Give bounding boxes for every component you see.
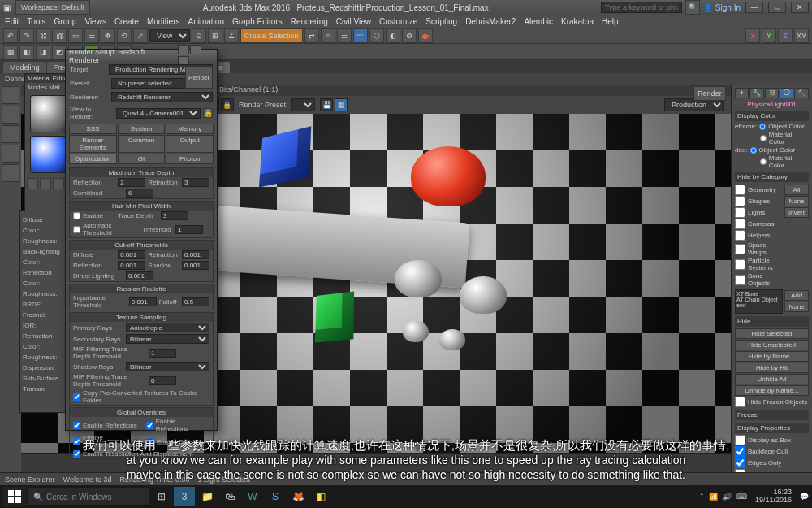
- app-store-icon[interactable]: 🛍: [219, 487, 240, 506]
- clone-icon[interactable]: ▦: [335, 98, 348, 111]
- lt-1[interactable]: [2, 86, 19, 104]
- refraction-spinner[interactable]: [182, 178, 209, 187]
- view-dropdown[interactable]: Quad 4 - Camera001: [116, 108, 201, 119]
- max-button[interactable]: ▭: [768, 2, 786, 13]
- hide-byname[interactable]: Hide by Name...: [735, 351, 809, 362]
- snap-button[interactable]: ⊞: [208, 28, 222, 43]
- g-sss[interactable]: [73, 438, 80, 445]
- render-setup-dialog[interactable]: Render Setup: Redshift Renderer Target:P…: [65, 49, 218, 431]
- rs-tab-memory[interactable]: Memory: [166, 124, 214, 134]
- save-image-icon[interactable]: 💾: [320, 98, 333, 111]
- bone-remove[interactable]: None: [784, 302, 809, 312]
- hdr-hide-cat[interactable]: Hide by Category: [735, 172, 809, 182]
- mip2-spinner[interactable]: [149, 376, 176, 385]
- lock-view-icon[interactable]: 🔒: [203, 108, 213, 118]
- taskview-icon[interactable]: ⊞: [151, 487, 172, 506]
- cat-all[interactable]: All: [784, 185, 809, 195]
- dlg-max[interactable]: [190, 45, 201, 54]
- mat-slot-1[interactable]: [30, 95, 67, 132]
- select-name-button[interactable]: ☰: [84, 28, 99, 43]
- hair-thresh-spinner[interactable]: [175, 225, 203, 234]
- cp-utilities-icon[interactable]: 🔨: [794, 88, 809, 98]
- bone-add[interactable]: Add: [784, 290, 809, 301]
- cat-lights[interactable]: [735, 207, 745, 218]
- schematic-button[interactable]: ⬡: [369, 28, 384, 43]
- rs-tab-photon[interactable]: Photon: [166, 154, 214, 164]
- tray-volume-icon[interactable]: 🔊: [723, 493, 732, 501]
- rs-tab-output[interactable]: Output: [166, 135, 214, 153]
- x-constraint[interactable]: X: [745, 28, 760, 43]
- create-selection-button[interactable]: Create Selection: [240, 28, 303, 43]
- undo-button[interactable]: ↶: [3, 28, 18, 43]
- pivot-button[interactable]: ⊙: [192, 28, 206, 43]
- renderer-dropdown[interactable]: Redshift Renderer: [111, 92, 213, 102]
- redo-button[interactable]: ↷: [19, 28, 34, 43]
- tool-a[interactable]: ▦: [3, 45, 18, 59]
- mirror-button[interactable]: ⇄: [304, 28, 319, 43]
- rs-tab-sss[interactable]: SSS: [69, 124, 117, 134]
- menu-tools[interactable]: Tools: [27, 17, 45, 26]
- menu-scripting[interactable]: Scripting: [425, 17, 457, 26]
- dlg-min[interactable]: [178, 45, 189, 54]
- tray-network-icon[interactable]: 📶: [709, 493, 718, 501]
- menu-edit[interactable]: Edit: [5, 17, 19, 26]
- direct-spinner[interactable]: [126, 271, 153, 280]
- lt-3[interactable]: [2, 125, 19, 143]
- menu-animation[interactable]: Animation: [188, 17, 223, 26]
- app-explorer-icon[interactable]: 📁: [197, 487, 218, 506]
- reflection-spinner[interactable]: [118, 178, 145, 187]
- menu-rendering[interactable]: Rendering: [291, 17, 328, 26]
- cp-modify-icon[interactable]: 🔧: [749, 88, 764, 98]
- menu-group[interactable]: Group: [54, 17, 77, 26]
- align-button[interactable]: ≡: [321, 28, 335, 43]
- dp-0[interactable]: [735, 435, 745, 445]
- combined-spinner[interactable]: [126, 189, 153, 198]
- close-button[interactable]: ✕: [791, 2, 809, 13]
- cp-hierarchy-icon[interactable]: ⛓: [765, 88, 779, 98]
- reflect2-spinner[interactable]: [118, 261, 145, 270]
- menu-help[interactable]: Help: [602, 17, 619, 26]
- cat-shapes[interactable]: [735, 196, 745, 206]
- hide-frozen[interactable]: [735, 397, 745, 407]
- select-button[interactable]: ▭: [68, 28, 83, 43]
- shadow-spinner[interactable]: [182, 261, 209, 270]
- primary-dropdown[interactable]: Anisotropic: [126, 323, 209, 332]
- workspace-dropdown[interactable]: Workspace: Default: [15, 0, 90, 15]
- rs-tab-elements[interactable]: Render Elements: [69, 135, 117, 153]
- taskbar-search[interactable]: 🔍 Cerca in Windows: [28, 488, 149, 506]
- menu-customize[interactable]: Customize: [379, 17, 417, 26]
- rs-tab-system[interactable]: System: [118, 124, 166, 134]
- app-skype-icon[interactable]: S: [265, 487, 286, 506]
- diffuse-spinner[interactable]: [118, 250, 145, 259]
- cat-bone[interactable]: [735, 275, 745, 285]
- falloff-spinner[interactable]: [182, 297, 209, 306]
- mat-tool-2[interactable]: [40, 178, 51, 189]
- hide-selected[interactable]: Hide Selected: [735, 328, 809, 339]
- app-firefox-icon[interactable]: 🦊: [287, 487, 309, 506]
- material-editor-button[interactable]: ◐: [386, 28, 400, 43]
- refract2-spinner[interactable]: [182, 250, 209, 259]
- copyprec-check[interactable]: [73, 393, 80, 401]
- hide-unselected[interactable]: Hide Unselected: [735, 340, 809, 350]
- hair-enable[interactable]: [73, 212, 80, 219]
- help-search-button[interactable]: 🔍: [685, 0, 700, 15]
- shade-obj[interactable]: [750, 147, 757, 154]
- rotate-button[interactable]: ⟲: [117, 28, 132, 43]
- app-word-icon[interactable]: W: [242, 487, 263, 506]
- rs-tab-optimization[interactable]: Optimization: [69, 154, 117, 164]
- shade-mat[interactable]: [760, 158, 767, 165]
- tray-lang-icon[interactable]: ⌨: [736, 493, 747, 501]
- wire-mat[interactable]: [760, 135, 767, 141]
- menu-create[interactable]: Create: [114, 17, 139, 26]
- cp-display-icon[interactable]: 🖵: [780, 88, 793, 98]
- hdr-display-color[interactable]: Display Color: [735, 111, 809, 121]
- layers-button[interactable]: ☰: [337, 28, 352, 43]
- menu-alembic[interactable]: Alembic: [524, 17, 553, 26]
- menu-krakatoa[interactable]: Krakatoa: [561, 17, 594, 26]
- mat-slot-2[interactable]: [30, 136, 67, 173]
- bone-list[interactable]: XT BoneAT Chain Object end: [735, 289, 783, 314]
- g-refl[interactable]: [73, 422, 80, 429]
- render-button[interactable]: 🫖: [418, 28, 433, 43]
- cat-geom[interactable]: [735, 185, 745, 195]
- wire-obj[interactable]: [759, 124, 766, 130]
